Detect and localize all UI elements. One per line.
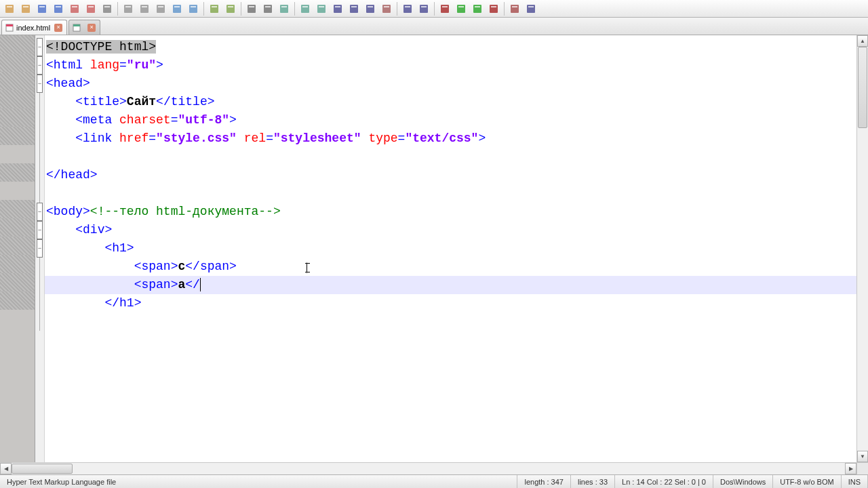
svg-rect-37 (319, 6, 324, 7)
cut-button[interactable] (121, 1, 136, 16)
word-wrap-button[interactable] (298, 1, 313, 16)
code-line[interactable]: <!DOCTYPE html> (45, 38, 856, 56)
mouse-text-cursor-icon (307, 262, 307, 274)
svg-rect-56 (490, 5, 498, 13)
redo-button[interactable] (186, 1, 201, 16)
zoom-in-button[interactable] (244, 1, 259, 16)
hscroll-track[interactable] (12, 463, 845, 474)
svg-rect-46 (403, 5, 412, 13)
paste-button[interactable] (153, 1, 168, 16)
svg-rect-34 (301, 5, 309, 13)
status-encoding[interactable]: UTF-8 w/o BOM (773, 475, 841, 488)
new-button[interactable] (2, 1, 17, 16)
code-editor[interactable]: <!DOCTYPE html><html lang="ru"><head> <t… (45, 35, 856, 462)
scroll-right-arrow-icon[interactable]: ▶ (845, 463, 856, 474)
code-line[interactable]: <meta charset="utf-8"> (45, 111, 856, 129)
fold-all-button[interactable] (347, 1, 361, 16)
fold-guide (39, 294, 40, 312)
tab-bar: index.html×× (0, 18, 868, 35)
scroll-down-arrow-icon[interactable]: ▼ (857, 451, 868, 462)
file-tab-0[interactable]: index.html× (1, 20, 67, 35)
code-line[interactable]: <head> (45, 75, 856, 93)
run-macro-button[interactable] (470, 1, 485, 16)
svg-rect-53 (458, 6, 464, 7)
code-line[interactable]: </h1> (45, 294, 856, 312)
svg-rect-1 (7, 6, 12, 7)
svg-rect-18 (157, 5, 165, 13)
svg-rect-2 (22, 5, 30, 13)
doc-map-button[interactable] (400, 1, 415, 16)
status-eol[interactable]: Dos\Windows (713, 475, 773, 488)
copy-button[interactable] (137, 1, 152, 16)
code-line[interactable]: <div> (45, 221, 856, 239)
svg-rect-33 (281, 6, 287, 7)
code-line[interactable]: </head> (45, 166, 856, 184)
svg-rect-38 (334, 5, 342, 13)
code-line[interactable] (45, 312, 856, 331)
stop-macro-button[interactable] (486, 1, 501, 16)
vertical-scrollbar[interactable]: ▲ ▼ (856, 35, 868, 462)
fold-toggle-icon[interactable]: − (37, 221, 43, 239)
fold-toggle-icon[interactable]: − (37, 239, 43, 258)
main-toolbar (0, 0, 868, 18)
svg-rect-13 (104, 6, 110, 7)
code-line[interactable] (45, 148, 856, 166)
hscroll-thumb[interactable] (12, 464, 73, 474)
code-line[interactable]: <title>Сайт</title> (45, 93, 856, 111)
code-line[interactable] (45, 184, 856, 203)
status-insert-mode[interactable]: INS (842, 475, 868, 488)
svg-rect-43 (368, 6, 373, 7)
open-button[interactable] (18, 1, 33, 16)
svg-rect-55 (475, 6, 480, 7)
text-caret (200, 278, 201, 291)
svg-rect-4 (38, 5, 46, 13)
print-button[interactable] (100, 1, 115, 16)
svg-rect-21 (174, 6, 180, 7)
close-button[interactable] (67, 1, 82, 16)
file-tab-1[interactable]: × (68, 20, 100, 35)
code-line[interactable]: <html lang="ru"> (45, 56, 856, 75)
code-line[interactable]: <span>а</ (45, 276, 856, 294)
fold-toggle-icon[interactable]: − (37, 203, 43, 221)
func-list-button[interactable] (416, 1, 431, 16)
svg-rect-47 (405, 6, 410, 7)
fold-toggle-icon[interactable]: − (37, 38, 43, 56)
tab-close-icon[interactable]: × (87, 24, 96, 32)
indent-guide-button[interactable] (330, 1, 345, 16)
fold-toggle-icon[interactable]: − (37, 75, 43, 93)
replace-button[interactable] (223, 1, 238, 16)
save-all-button[interactable] (51, 1, 66, 16)
code-line[interactable]: <body><!--тело html-документа--> (45, 203, 856, 221)
tab-close-icon[interactable]: × (54, 24, 62, 32)
find-button[interactable] (207, 1, 222, 16)
spell-check-button[interactable] (507, 1, 522, 16)
code-line[interactable]: <link href="style.css" rel="stylesheet" … (45, 129, 856, 148)
svg-rect-5 (39, 6, 45, 7)
vscroll-thumb[interactable] (858, 47, 867, 128)
hidden-chars-button[interactable] (379, 1, 394, 16)
show-all-button[interactable] (314, 1, 329, 16)
code-line[interactable]: <span>с</span> (45, 258, 856, 276)
horizontal-scrollbar[interactable]: ◀ ▶ (0, 462, 868, 474)
fold-toggle-icon[interactable]: − (37, 56, 43, 75)
save-button[interactable] (35, 1, 50, 16)
undo-button[interactable] (170, 1, 184, 16)
fold-margin[interactable]: −−−−−− (35, 35, 45, 462)
doc-switcher-button[interactable] (524, 1, 538, 16)
svg-rect-40 (350, 5, 358, 13)
scroll-up-arrow-icon[interactable]: ▲ (857, 35, 868, 47)
play-macro-button[interactable] (454, 1, 469, 16)
close-all-button[interactable] (83, 1, 98, 16)
svg-rect-0 (5, 5, 14, 13)
record-macro-button[interactable] (437, 1, 452, 16)
sync-button[interactable] (277, 1, 292, 16)
svg-rect-20 (173, 5, 181, 13)
scroll-left-arrow-icon[interactable]: ◀ (0, 463, 12, 474)
code-line[interactable]: <h1> (45, 239, 856, 258)
svg-rect-23 (191, 6, 196, 7)
fold-guide (39, 184, 40, 203)
status-filetype: Hyper Text Markup Language file (0, 475, 517, 488)
unfold-all-button[interactable] (363, 1, 378, 16)
svg-rect-65 (73, 24, 80, 26)
zoom-out-button[interactable] (260, 1, 275, 16)
